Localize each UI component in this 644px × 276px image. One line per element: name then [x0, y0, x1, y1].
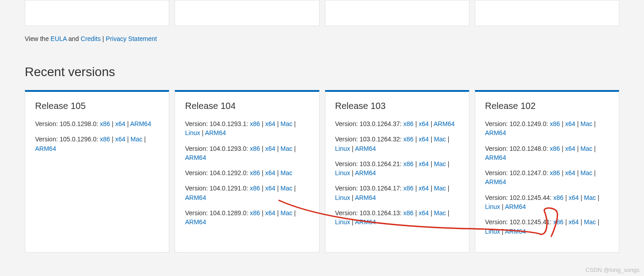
download-link-arm64[interactable]: ARM64	[485, 178, 506, 186]
download-link-x86[interactable]: x86	[403, 120, 414, 127]
version-label: Version: 103.0.1264.13:	[335, 209, 404, 217]
placeholder-card	[25, 0, 169, 26]
download-link-x86[interactable]: x86	[250, 185, 260, 192]
download-link-x64[interactable]: x64	[419, 185, 429, 192]
download-link-arm64[interactable]: ARM64	[505, 228, 526, 235]
download-link-mac[interactable]: Mac	[584, 218, 596, 226]
version-line: Version: 102.0.1248.0: x86 | x64 | Mac |…	[485, 144, 609, 163]
download-link-arm64[interactable]: ARM64	[505, 203, 526, 210]
download-link-linux[interactable]: Linux	[335, 145, 350, 152]
download-link-x64[interactable]: x64	[419, 209, 429, 217]
version-label: Version: 102.0.1248.0:	[485, 145, 550, 152]
download-link-x64[interactable]: x64	[419, 120, 429, 127]
download-link-linux[interactable]: Linux	[485, 228, 500, 235]
download-link-x64[interactable]: x64	[265, 185, 275, 192]
download-link-mac[interactable]: Mac	[280, 209, 292, 217]
download-link-x86[interactable]: x86	[100, 136, 110, 143]
download-link-x64[interactable]: x64	[115, 136, 126, 143]
version-label: Version: 103.0.1264.21:	[335, 160, 404, 167]
download-link-mac[interactable]: Mac	[584, 194, 596, 201]
download-link-arm64[interactable]: ARM64	[355, 194, 376, 201]
download-link-mac[interactable]: Mac	[131, 136, 142, 143]
section-title: Recent versions	[25, 65, 619, 79]
download-link-linux[interactable]: Linux	[335, 169, 350, 176]
download-link-x64[interactable]: x64	[265, 169, 275, 176]
download-link-arm64[interactable]: ARM64	[185, 194, 206, 201]
download-link-mac[interactable]: Mac	[280, 145, 292, 152]
download-link-x86[interactable]: x86	[554, 194, 564, 201]
download-link-mac[interactable]: Mac	[280, 120, 292, 127]
download-link-linux[interactable]: Linux	[335, 218, 350, 226]
download-link-arm64[interactable]: ARM64	[355, 145, 376, 152]
download-link-x86[interactable]: x86	[403, 160, 414, 167]
download-link-linux[interactable]: Linux	[185, 129, 200, 136]
download-link-x64[interactable]: x64	[569, 194, 579, 201]
download-link-x86[interactable]: x86	[550, 120, 560, 127]
download-link-mac[interactable]: Mac	[280, 169, 292, 176]
download-link-mac[interactable]: Mac	[434, 185, 446, 192]
download-link-arm64[interactable]: ARM64	[355, 218, 376, 226]
download-link-x86[interactable]: x86	[250, 209, 260, 217]
version-label: Version: 104.0.1289.0:	[185, 209, 250, 217]
version-line: Version: 103.0.1264.13: x86 | x64 | Mac …	[335, 208, 459, 227]
top-placeholder-row	[25, 0, 619, 26]
release-cards-row: Release 105Version: 105.0.1298.0: x86 | …	[25, 90, 619, 253]
download-link-x86[interactable]: x86	[403, 185, 414, 192]
version-label: Version: 105.0.1298.0:	[35, 120, 100, 127]
download-link-mac[interactable]: Mac	[280, 185, 292, 192]
download-link-x86[interactable]: x86	[554, 218, 564, 226]
download-link-arm64[interactable]: ARM64	[355, 169, 376, 176]
download-link-arm64[interactable]: ARM64	[185, 218, 206, 226]
release-card: Release 104Version: 104.0.1293.1: x86 | …	[175, 90, 319, 253]
download-link-mac[interactable]: Mac	[434, 160, 446, 167]
download-link-mac[interactable]: Mac	[434, 209, 446, 217]
release-title: Release 104	[185, 101, 309, 111]
download-link-arm64[interactable]: ARM64	[185, 154, 206, 161]
release-card: Release 103Version: 103.0.1264.37: x86 |…	[325, 90, 469, 253]
download-link-x86[interactable]: x86	[250, 169, 260, 176]
version-line: Version: 103.0.1264.32: x86 | x64 | Mac …	[335, 135, 459, 153]
version-label: Version: 103.0.1264.32:	[335, 136, 404, 143]
version-label: Version: 103.0.1264.17:	[335, 185, 404, 192]
version-line: Version: 105.0.1298.0: x86 | x64 | ARM64	[35, 119, 159, 128]
download-link-x86[interactable]: x86	[550, 145, 560, 152]
download-link-x86[interactable]: x86	[403, 136, 414, 143]
download-link-x64[interactable]: x64	[265, 145, 275, 152]
download-link-x86[interactable]: x86	[250, 120, 260, 127]
download-link-arm64[interactable]: ARM64	[434, 120, 455, 127]
download-link-x64[interactable]: x64	[565, 169, 576, 176]
download-link-mac[interactable]: Mac	[581, 120, 592, 127]
version-line: Version: 104.0.1289.0: x86 | x64 | Mac |…	[185, 208, 309, 227]
download-link-linux[interactable]: Linux	[485, 203, 500, 210]
download-link-mac[interactable]: Mac	[581, 169, 592, 176]
download-link-mac[interactable]: Mac	[434, 136, 446, 143]
download-link-x86[interactable]: x86	[550, 169, 560, 176]
download-link-x64[interactable]: x64	[115, 120, 126, 127]
download-link-arm64[interactable]: ARM64	[35, 145, 56, 152]
privacy-link[interactable]: Privacy Statement	[106, 35, 157, 42]
version-label: Version: 104.0.1291.0:	[185, 185, 250, 192]
version-label: Version: 102.0.1245.44:	[485, 194, 554, 201]
download-link-x86[interactable]: x86	[100, 120, 110, 127]
download-link-arm64[interactable]: ARM64	[485, 129, 506, 136]
download-link-arm64[interactable]: ARM64	[130, 120, 151, 127]
download-link-x64[interactable]: x64	[569, 218, 579, 226]
version-label: Version: 104.0.1293.1:	[185, 120, 250, 127]
download-link-arm64[interactable]: ARM64	[205, 129, 226, 136]
credits-link[interactable]: Credits	[81, 35, 100, 42]
download-link-x64[interactable]: x64	[265, 209, 275, 217]
version-label: Version: 103.0.1264.37:	[335, 120, 404, 127]
download-link-x64[interactable]: x64	[419, 160, 429, 167]
download-link-x64[interactable]: x64	[565, 145, 576, 152]
download-link-x64[interactable]: x64	[265, 120, 275, 127]
download-link-x86[interactable]: x86	[250, 145, 260, 152]
download-link-x64[interactable]: x64	[565, 120, 576, 127]
download-link-x86[interactable]: x86	[403, 209, 414, 217]
download-link-mac[interactable]: Mac	[581, 145, 592, 152]
download-link-arm64[interactable]: ARM64	[485, 154, 506, 161]
version-label: Version: 102.0.1247.0:	[485, 169, 550, 176]
download-link-x64[interactable]: x64	[419, 136, 429, 143]
download-link-linux[interactable]: Linux	[335, 194, 350, 201]
eula-link[interactable]: EULA	[50, 35, 67, 42]
version-line: Version: 102.0.1245.41: x86 | x64 | Mac …	[485, 217, 609, 236]
